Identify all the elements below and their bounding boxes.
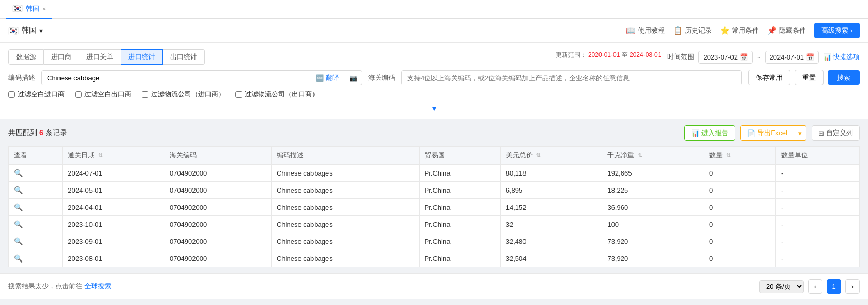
favorites-label: 常用条件 [732, 26, 759, 35]
cell-code-desc-5[interactable]: Chinese cabbages [271, 250, 419, 267]
cell-view-4[interactable]: 🔍 [9, 233, 63, 250]
tutorial-action[interactable]: 📖 使用教程 [626, 26, 665, 35]
history-action[interactable]: 📋 历史记录 [673, 26, 712, 35]
sort-kg-icon[interactable]: ⇅ [638, 152, 642, 158]
history-label: 历史记录 [685, 26, 712, 35]
code-desc-input-wrap: 🔤 翻译 📷 [41, 70, 362, 85]
filter-2-checkbox[interactable] [75, 91, 82, 98]
prev-page-button[interactable]: ‹ [808, 279, 822, 294]
tab-import-stats[interactable]: 进口统计 [121, 49, 163, 65]
country-name: 韩国 [22, 26, 36, 35]
cell-quantity-2: 0 [704, 199, 776, 216]
translate-button[interactable]: 🔤 翻译 [310, 73, 345, 82]
filter-1-checkbox[interactable] [8, 91, 15, 98]
cell-code-desc-1[interactable]: Chinese cabbages [271, 182, 419, 199]
reset-button[interactable]: 重置 [795, 70, 824, 85]
code-desc-input[interactable] [42, 71, 310, 85]
global-search-link[interactable]: 全球搜索 [84, 282, 111, 290]
tab-export-stats[interactable]: 出口统计 [163, 49, 205, 65]
date-end-input[interactable]: 2024-07-01 📅 [765, 51, 819, 64]
date-end-value: 2024-07-01 [770, 53, 804, 61]
sort-qty-icon[interactable]: ⇅ [726, 152, 731, 158]
customs-code-input[interactable] [402, 71, 741, 85]
tab-import-customs[interactable]: 进口关单 [79, 49, 121, 65]
cell-date-0: 2024-07-01 [63, 165, 164, 182]
next-page-button[interactable]: › [845, 279, 860, 294]
search-panel: 数据源 进口商 进口关单 进口统计 出口统计 更新范围： 2020-01-01 … [0, 43, 868, 119]
tab-data-source[interactable]: 数据源 [8, 49, 44, 65]
translate-icon: 🔤 [316, 74, 324, 82]
cell-customs-code-4: 0704902000 [164, 233, 271, 250]
col-date[interactable]: 通关日期 ⇅ [63, 147, 164, 165]
collapse-arrow-icon[interactable]: ▾ [8, 102, 860, 114]
table-row: 🔍 2023-10-01 0704902000 Chinese cabbages… [9, 216, 860, 233]
table-row: 🔍 2023-09-01 0704902000 Chinese cabbages… [9, 233, 860, 250]
filter-2[interactable]: 过滤空白出口商 [75, 90, 131, 99]
enter-report-button[interactable]: 📊 进入报告 [684, 125, 735, 141]
translate-label: 翻译 [326, 73, 339, 82]
sort-usd-icon[interactable]: ⇅ [536, 152, 541, 158]
quick-select-link[interactable]: 📊 快捷选项 [823, 52, 860, 62]
export-excel-dropdown[interactable]: ▾ [794, 125, 806, 141]
cell-view-3[interactable]: 🔍 [9, 216, 63, 233]
hide-icon: 📌 [767, 26, 777, 35]
cell-view-1[interactable]: 🔍 [9, 182, 63, 199]
country-selector[interactable]: 🇰🇷 韩国 ▾ [8, 26, 43, 36]
cell-code-desc-2[interactable]: Chinese cabbages [271, 199, 419, 216]
scan-icon-button[interactable]: 📷 [345, 74, 362, 82]
cell-usd-total-1: 6,895 [500, 182, 602, 199]
country-arrow-icon: ▾ [39, 26, 43, 35]
cell-view-2[interactable]: 🔍 [9, 199, 63, 216]
update-start-date: 2020-01-01 [588, 51, 620, 59]
favorites-action[interactable]: ⭐ 常用条件 [720, 26, 759, 35]
cell-view-0[interactable]: 🔍 [9, 165, 63, 182]
page-1-button[interactable]: 1 [827, 279, 841, 294]
footer-search-hint: 搜索结果太少，点击前往 全球搜索 [8, 282, 111, 291]
tab-korea-label: 韩国 [26, 4, 39, 13]
export-excel-button[interactable]: 📄 导出Excel [740, 125, 794, 141]
cell-code-desc-4[interactable]: Chinese cabbages [271, 233, 419, 250]
filter-1[interactable]: 过滤空白进口商 [8, 90, 65, 99]
col-quantity[interactable]: 数量 ⇅ [704, 147, 776, 165]
filter-1-label: 过滤空白进口商 [18, 90, 65, 99]
cell-date-1: 2024-05-01 [63, 182, 164, 199]
cell-customs-code-0: 0704902000 [164, 165, 271, 182]
save-favorite-button[interactable]: 保存常用 [748, 70, 790, 85]
col-icon: ⊞ [818, 129, 824, 137]
match-number: 6 [39, 128, 43, 137]
page-size-select[interactable]: 20 条/页 [759, 280, 804, 293]
cell-unit-0: - [775, 165, 859, 182]
star-icon: ⭐ [720, 26, 730, 35]
filter-4-checkbox[interactable] [235, 91, 242, 98]
top-actions: 📖 使用教程 📋 历史记录 ⭐ 常用条件 📌 隐藏条件 高级搜索 › [626, 23, 860, 38]
search-button[interactable]: 搜索 [828, 70, 860, 85]
cell-date-4: 2023-09-01 [63, 233, 164, 250]
tab-importer[interactable]: 进口商 [44, 49, 79, 65]
custom-column-button[interactable]: ⊞ 自定义列 [812, 125, 860, 141]
cell-usd-total-3: 32 [500, 216, 602, 233]
cell-code-desc-3[interactable]: Chinese cabbages [271, 216, 419, 233]
cell-code-desc-0[interactable]: Chinese cabbages [271, 165, 419, 182]
advanced-search-button[interactable]: 高级搜索 › [814, 23, 860, 38]
col-kg-net[interactable]: 千克净重 ⇅ [602, 147, 704, 165]
filter-4[interactable]: 过滤物流公司（出口商） [235, 90, 319, 99]
hide-conditions-action[interactable]: 📌 隐藏条件 [767, 26, 806, 35]
cell-view-5[interactable]: 🔍 [9, 250, 63, 267]
quick-select-label: 快捷选项 [833, 52, 860, 62]
filter-3-checkbox[interactable] [142, 91, 148, 98]
cell-usd-total-2: 14,152 [500, 199, 602, 216]
top-header: 🇰🇷 韩国 ▾ 📖 使用教程 📋 历史记录 ⭐ 常用条件 📌 隐藏条件 高级搜索… [0, 19, 868, 43]
tab-close-icon[interactable]: × [42, 6, 46, 12]
cell-quantity-4: 0 [704, 233, 776, 250]
sort-date-icon[interactable]: ⇅ [98, 152, 103, 158]
filter-3[interactable]: 过滤物流公司（进口商） [142, 90, 225, 99]
cell-quantity-5: 0 [704, 250, 776, 267]
filter-2-label: 过滤空白出口商 [84, 90, 131, 99]
date-start-input[interactable]: 2023-07-02 📅 [698, 51, 753, 64]
cell-kg-net-3: 100 [602, 216, 704, 233]
korea-flag-icon: 🇰🇷 [12, 4, 23, 13]
footer-pagination: 20 条/页 ‹ 1 › [759, 279, 860, 294]
col-usd-total[interactable]: 美元总价 ⇅ [500, 147, 602, 165]
tab-korea[interactable]: 🇰🇷 韩国 × [6, 0, 52, 19]
update-range-prefix: 更新范围： [556, 51, 587, 59]
